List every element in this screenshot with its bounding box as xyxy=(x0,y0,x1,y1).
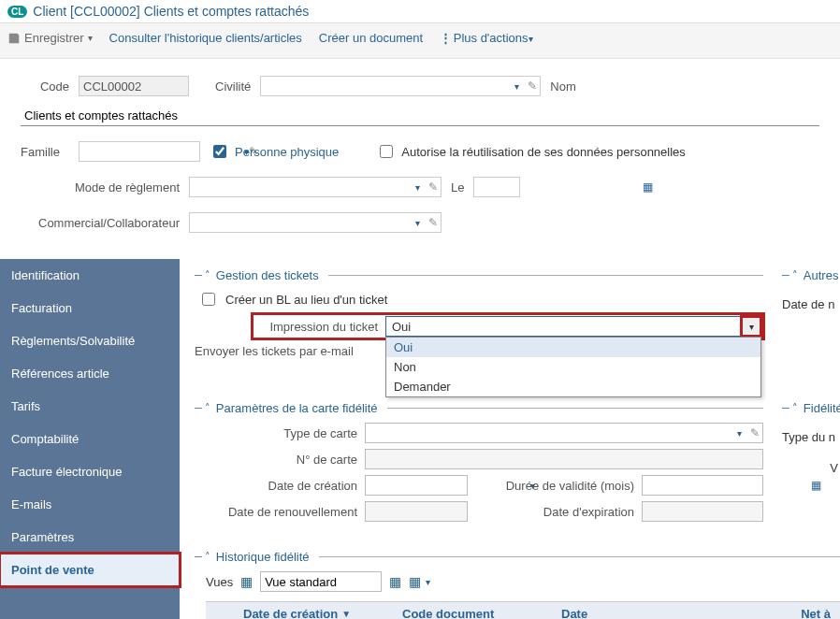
allow-reuse-checkbox-label: Autorise la réutilisation de ses données… xyxy=(401,145,686,159)
expire-field[interactable] xyxy=(642,501,763,522)
divider xyxy=(387,408,763,409)
sidebar: Identification Facturation Règlements/So… xyxy=(0,259,180,619)
card-num-field[interactable] xyxy=(365,449,763,469)
le-input[interactable] xyxy=(474,178,639,196)
views-label: Vues xyxy=(206,575,233,589)
grid-large-icon[interactable]: ▦ xyxy=(409,574,421,589)
print-ticket-value: Oui xyxy=(386,320,742,334)
grid-icon[interactable]: ▦ xyxy=(240,574,253,589)
page-title: Client [CCL00002] Clients et comptes rat… xyxy=(33,4,309,19)
pay-mode-label: Mode de règlement xyxy=(21,180,180,194)
allow-reuse-checkbox[interactable]: Autorise la réutilisation de ses données… xyxy=(376,142,686,161)
chevron-down-icon[interactable]: ▾ xyxy=(426,577,430,587)
create-bl-checkbox-input[interactable] xyxy=(202,293,215,306)
pay-mode-input[interactable] xyxy=(190,178,409,196)
chevron-down-icon[interactable]: ▾ xyxy=(731,428,747,439)
more-actions-label: Plus d'actions xyxy=(454,31,529,45)
calendar-icon[interactable]: ▦ xyxy=(639,180,657,194)
collapse-toggle-icon[interactable]: ─ ˄ xyxy=(195,269,210,281)
chevron-down-icon[interactable]: ▾ xyxy=(508,81,525,92)
edit-icon[interactable]: ✎ xyxy=(525,79,540,93)
create-bl-checkbox[interactable]: Créer un BL au lieu d'un ticket xyxy=(198,290,763,309)
name-input[interactable] xyxy=(21,107,819,125)
card-type-field[interactable]: ▾ ✎ xyxy=(365,423,763,443)
sidebar-item-comptabilite[interactable]: Comptabilité xyxy=(0,423,180,455)
vertical-dots-icon: ⋮ xyxy=(440,31,450,45)
save-button[interactable]: Enregistrer ▾ xyxy=(7,31,93,45)
sidebar-item-facture-electronique[interactable]: Facture électronique xyxy=(0,455,180,488)
card-type-label: Type de carte xyxy=(195,426,357,440)
sidebar-item-reglements[interactable]: Règlements/Solvabilité xyxy=(0,324,180,357)
edit-icon[interactable]: ✎ xyxy=(747,426,762,439)
autres-group-title: Autres xyxy=(804,268,839,282)
sidebar-item-point-de-vente[interactable]: Point de vente xyxy=(0,554,180,586)
col-doc-code[interactable]: Code document xyxy=(393,607,552,620)
civility-input[interactable] xyxy=(261,77,508,95)
v-label: V xyxy=(782,461,840,475)
print-ticket-dropdown-list: Oui Non Demander xyxy=(385,337,761,397)
card-type-input[interactable] xyxy=(366,424,731,442)
family-label: Famille xyxy=(21,145,69,159)
family-field[interactable]: ▾ ✎ xyxy=(79,141,200,162)
col-net[interactable]: Net à xyxy=(784,607,840,620)
toolbar: Enregistrer ▾ Consulter l'historique cli… xyxy=(0,23,840,59)
chevron-down-icon[interactable]: ▾ xyxy=(409,182,426,193)
sidebar-item-references[interactable]: Références article xyxy=(0,357,180,390)
edit-icon[interactable]: ✎ xyxy=(426,216,441,229)
create-date-field[interactable]: ▾ xyxy=(365,475,468,496)
dropdown-option-oui[interactable]: Oui xyxy=(386,338,760,357)
code-label: Code xyxy=(21,79,69,94)
more-actions-button[interactable]: ⋮ Plus d'actions▾ xyxy=(440,31,532,45)
collapse-toggle-icon[interactable]: ─ ˄ xyxy=(782,269,798,281)
code-field xyxy=(79,76,189,96)
save-icon xyxy=(7,32,21,45)
collapse-toggle-icon[interactable]: ─ ˄ xyxy=(195,551,210,563)
le-label: Le xyxy=(451,180,464,194)
print-ticket-dropdown[interactable]: Oui ▾ Oui Non Demander xyxy=(385,316,761,337)
expire-label: Date d'expiration xyxy=(475,505,634,519)
grid-small-icon[interactable]: ▦ xyxy=(389,574,401,589)
sidebar-item-tarifs[interactable]: Tarifs xyxy=(0,390,180,423)
pay-mode-field[interactable]: ▾ ✎ xyxy=(189,177,442,197)
app-badge: CL xyxy=(7,6,27,18)
col-create-date-label: Date de création xyxy=(243,607,338,620)
sidebar-item-emails[interactable]: E-mails xyxy=(0,488,180,521)
card-num-input[interactable] xyxy=(366,450,762,468)
col-create-date[interactable]: Date de création ▼ xyxy=(234,607,393,620)
chevron-down-icon[interactable]: ▾ xyxy=(742,317,760,336)
renew-field[interactable] xyxy=(365,501,468,522)
dropdown-option-non[interactable]: Non xyxy=(386,357,760,377)
sidebar-item-facturation[interactable]: Facturation xyxy=(0,292,180,324)
edit-icon[interactable]: ✎ xyxy=(426,180,441,194)
validity-field[interactable]: ▦ xyxy=(642,475,763,496)
create-document-link[interactable]: Créer un document xyxy=(319,31,423,45)
commercial-input[interactable] xyxy=(190,213,409,232)
save-label: Enregistrer xyxy=(24,31,84,45)
view-select[interactable]: ▾ xyxy=(260,571,382,592)
divider xyxy=(328,275,763,276)
type-n-label: Type du n xyxy=(782,430,840,444)
allow-reuse-checkbox-input[interactable] xyxy=(380,145,393,158)
commercial-field[interactable]: ▾ ✎ xyxy=(189,212,442,233)
individual-checkbox-input[interactable] xyxy=(213,145,226,158)
individual-checkbox[interactable]: Personne physique xyxy=(210,142,339,161)
sidebar-item-identification[interactable]: Identification xyxy=(0,259,180,292)
dropdown-option-demander[interactable]: Demander xyxy=(386,377,760,396)
col-date[interactable]: Date xyxy=(552,607,711,620)
chevron-down-icon: ▾ xyxy=(88,33,93,43)
collapse-toggle-icon[interactable]: ─ ˄ xyxy=(195,402,210,414)
chevron-down-icon[interactable]: ▾ xyxy=(409,218,426,228)
print-ticket-label: Impression du ticket xyxy=(254,320,378,334)
collapse-toggle-icon[interactable]: ─ ˄ xyxy=(782,402,798,414)
create-date-label: Date de création xyxy=(195,479,357,493)
le-field[interactable]: ▦ xyxy=(473,177,520,197)
tickets-group-title: Gestion des tickets xyxy=(216,268,319,282)
history-link[interactable]: Consulter l'historique clients/articles xyxy=(109,31,302,45)
history-group-title: Historique fidélité xyxy=(216,550,310,564)
civility-field[interactable]: ▾ ✎ xyxy=(260,76,541,96)
loyalty-group-title: Paramètres de la carte fidélité xyxy=(216,401,378,415)
commercial-label: Commercial/Collaborateur xyxy=(21,216,180,230)
renew-label: Date de renouvellement xyxy=(195,505,357,519)
name-field[interactable] xyxy=(21,106,819,126)
sidebar-item-parametres[interactable]: Paramètres xyxy=(0,521,180,554)
